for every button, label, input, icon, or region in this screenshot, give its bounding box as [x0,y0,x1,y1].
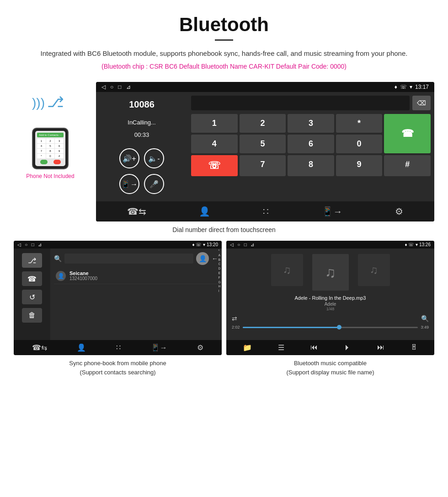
pb-settings-icon[interactable]: ⚙ [197,343,203,352]
call-btn-row-2: 📱→ 🎤 [105,174,178,194]
pb-sidebar: ⎇ ☎ ↺ 🗑 [14,248,50,340]
phone-icon: ☏ [400,84,407,90]
pb-search-bar[interactable] [64,254,193,264]
key-1[interactable]: 1 [191,114,238,133]
phone-key-4: 4 [37,144,46,148]
nav-icons: ◁ ○ □ ⊿ [101,84,131,90]
call-red-icon: ☏ [208,160,221,172]
phone-bottom-bar [37,160,64,164]
contact-number: 13241007000 [69,276,97,281]
contacts-icon[interactable]: 👤 [199,206,210,217]
pb-alphabet: *ABCDEFGHI [219,248,222,293]
key-0[interactable]: 0 [336,135,383,153]
key-6[interactable]: 6 [288,135,334,153]
mute-btn[interactable]: 🎤 [144,174,164,194]
music-bottom-bar: 📁 ☰ ⏮ ⏵ ⏭ 🎚 [226,340,434,355]
pb-contacts-icon[interactable]: 👤 [77,343,86,352]
contact-avatar-icon: 👤 [56,271,66,281]
backspace-btn[interactable]: ⌫ [412,96,431,110]
key-9[interactable]: 9 [336,155,383,176]
pb-calls-icon[interactable]: ☎⇆ [32,343,47,352]
dial-left-panel: 10086 InCalling... 00:33 🔊+ 🔈- 📱→ [96,92,187,201]
dial-input-field[interactable] [191,96,410,110]
back-icon[interactable]: ← [212,255,218,262]
phonebook-caption: Sync phone-book from mobile phone (Suppo… [69,359,166,377]
music-note-center-icon: ♫ [325,264,336,281]
volume-up-btn[interactable]: 🔊+ [119,148,139,168]
pb-sync-btn[interactable]: ↺ [22,290,42,304]
sync-icon: ↺ [29,293,35,302]
pb-phone-btn[interactable]: ☎ [22,271,42,286]
music-folder-icon[interactable]: 📁 [243,343,252,352]
volume-down-btn[interactable]: 🔈- [144,148,164,168]
pb-status-bar: ◁ ○ □ ⊿ ♦ ☏ ▾ 13:20 [14,241,222,248]
music-play-icon[interactable]: ⏵ [344,343,351,352]
phonebook-screenshot-item: ◁ ○ □ ⊿ ♦ ☏ ▾ 13:20 ⎇ ☎ ↺ 🗑 [14,241,222,377]
key-3[interactable]: 3 [288,114,334,133]
phone-key-5: 5 [46,144,55,148]
settings-icon[interactable]: ⚙ [395,206,403,217]
shuffle-icon[interactable]: ⇄ [232,315,237,322]
main-content: ))) ⎇ Add to Contacts ··· 1 2 3 4 5 6 7 … [0,82,448,221]
pb-bluetooth-icon[interactable]: ⎇ [22,253,42,268]
phone-key-7: 7 [37,149,46,153]
key-2[interactable]: 2 [240,114,286,133]
key-star[interactable]: * [336,114,383,133]
pb-transfer-icon[interactable]: 📱→ [151,343,167,352]
car-bottom-bar: ☎⇆ 👤 ∷ 📱→ ⚙ [96,201,434,221]
title-underline [215,39,233,41]
music-next-icon[interactable]: ⏭ [377,343,384,352]
phone-key-0: 0 [46,154,55,158]
music-time-current: 2:02 [232,325,240,330]
key-7[interactable]: 7 [240,155,286,176]
call-red-btn[interactable]: ☏ [191,155,238,176]
phone-key-2: 2 [46,139,55,143]
music-note-right-icon: ♫ [370,264,378,276]
phone-key-hash: # [55,154,64,158]
music-status-right: ♦ ☏ ▾ 13:26 [405,242,431,247]
volume-down-icon: 🔈- [148,154,160,163]
music-controls-row: ⇄ 🔍 [232,315,429,322]
album-art-left: ♫ [271,254,303,286]
music-eq-icon[interactable]: 🎚 [411,343,418,352]
key-4[interactable]: 4 [191,135,238,153]
key-5[interactable]: 5 [240,135,286,153]
car-status-bar: ◁ ○ □ ⊿ ♦ ☏ ▾ 13:17 [96,82,434,92]
pb-delete-btn[interactable]: 🗑 [22,308,42,323]
calls-icon[interactable]: ☎⇆ [127,206,146,217]
search-icon: 🔍 [54,255,62,262]
in-calling-text: InCalling... [105,119,178,126]
avatar-icon: 👤 [199,255,207,262]
transfer-icon: 📱→ [121,180,138,189]
key-8[interactable]: 8 [288,155,334,176]
music-caption-line1: Bluetooth music compatible [294,360,367,367]
phone-key-1: 1 [37,139,46,143]
dialpad-icon[interactable]: ∷ [263,206,269,217]
pb-bottom-bar: ☎⇆ 👤 ∷ 📱→ ⚙ [14,340,222,355]
progress-track[interactable] [243,327,418,328]
page-header: Bluetooth Integrated with BC6 Bluetooth … [0,0,448,82]
car-screen-main: ◁ ○ □ ⊿ ♦ ☏ ▾ 13:17 10086 InCalling... 0… [96,82,434,221]
mic-icon: 🎤 [149,180,159,189]
music-info: Adele - Rolling In the Deep.mp3 Adele 1/… [232,295,429,311]
volume-up-icon: 🔊+ [123,154,136,163]
music-search-icon[interactable]: 🔍 [421,315,429,322]
transfer-bottom-icon[interactable]: 📱→ [322,206,342,217]
music-list-icon[interactable]: ☰ [278,343,284,352]
location-icon: ♦ [395,84,397,90]
pb-dialpad-icon[interactable]: ∷ [116,343,121,352]
key-hash[interactable]: # [384,155,431,176]
phone-screen: Add to Contacts ··· 1 2 3 4 5 6 7 8 9 * … [35,131,65,166]
progress-fill [243,327,339,328]
pb-contact-item[interactable]: 👤 Seicane 13241007000 [54,268,218,284]
music-progress: 2:02 3:49 [232,325,429,330]
dial-number: 10086 [105,99,178,110]
transfer-btn[interactable]: 📱→ [119,174,139,194]
album-art-center: ♫ [312,254,349,291]
wifi-icon: ▾ [410,84,412,90]
trash-icon: 🗑 [28,311,36,319]
call-green-icon: ☎ [401,128,414,140]
music-prev-icon[interactable]: ⏮ [310,343,318,352]
call-green-btn[interactable]: ☎ [384,114,431,153]
pb-status-right: ♦ ☏ ▾ 13:20 [192,242,218,247]
